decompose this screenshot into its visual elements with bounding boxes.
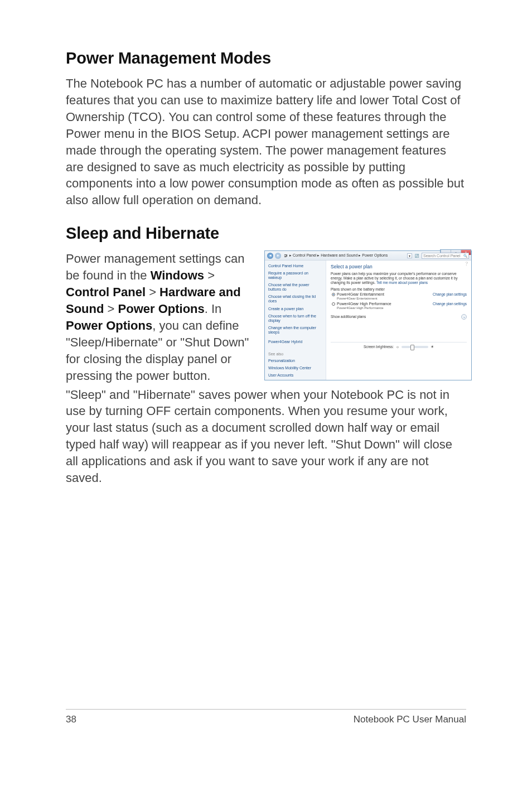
manual-title: Notebook PC User Manual (354, 714, 466, 725)
sidebar-power-buttons[interactable]: Choose what the power buttons do (268, 283, 322, 292)
sidebar-mobility-center[interactable]: Windows Mobility Center (268, 366, 322, 370)
page-footer: 38 Notebook PC User Manual (66, 709, 466, 725)
address-bar: ◂ ▸ 🖳 ▸ Control Panel ▸ Hardware and Sou… (265, 251, 471, 261)
plan-subtitle: Power4Gear Entertainment (331, 297, 467, 300)
power-options-window: – ▫ × ◂ ▸ 🖳 ▸ Control Panel ▸ Hardware a… (264, 250, 472, 380)
sidebar-closing-lid[interactable]: Choose what closing the lid does (268, 295, 322, 303)
para-power-management: The Notebook PC has a number of automati… (66, 75, 466, 209)
text-fragment: . In (205, 302, 222, 316)
sidebar-power4gear-hybrid[interactable]: Power4Gear Hybrid (268, 340, 322, 344)
back-button[interactable]: ◂ (267, 253, 273, 259)
help-icon[interactable]: ❔ (464, 262, 469, 266)
plan-row-entertainment: Power4Gear Entertainment Change plan set… (331, 292, 467, 296)
plan-subtitle: Power4Gear High Performance (331, 306, 467, 310)
expand-icon[interactable]: ⌄ (461, 314, 467, 320)
plan-name: Power4Gear High Performance (337, 302, 391, 306)
sidebar-personalization[interactable]: Personalization (268, 359, 322, 363)
heading-sleep-hibernate: Sleep and Hibernate (66, 224, 466, 243)
main-title: Select a power plan (331, 264, 467, 269)
plan-row-high-performance: Power4Gear High Performance Change plan … (331, 302, 467, 306)
search-input[interactable]: Search Control Panel (422, 253, 469, 259)
sidebar-user-accounts[interactable]: User Accounts (268, 373, 322, 378)
plan-name: Power4Gear Entertainment (337, 292, 384, 296)
brightness-row: Screen brightness: ☼ ☀ (331, 342, 467, 351)
brightness-high-icon: ☀ (431, 345, 434, 349)
show-additional-label: Show additional plans (331, 315, 366, 319)
show-additional-plans[interactable]: Show additional plans ⌄ (331, 313, 467, 320)
text-fragment: > (104, 302, 118, 316)
sidebar-home[interactable]: Control Panel Home (268, 264, 322, 268)
sidebar-see-also: See also (268, 352, 322, 356)
link-tell-me-more[interactable]: Tell me more about power plans (376, 281, 428, 284)
bold-power-options-2: Power Options (66, 319, 152, 332)
page-number: 38 (66, 714, 76, 725)
change-plan-settings-link[interactable]: Change plan settings (433, 302, 467, 306)
sidebar-require-password[interactable]: Require a password on wakeup (268, 271, 322, 280)
forward-button[interactable]: ▸ (275, 253, 281, 259)
bold-windows: Windows (151, 268, 204, 282)
brightness-label: Screen brightness: (364, 345, 394, 349)
brightness-slider[interactable] (402, 346, 428, 348)
plans-section-label: Plans shown on the battery meter (331, 287, 467, 291)
sleep-intro-paragraph: Power management settings can be found i… (66, 250, 254, 384)
search-placeholder: Search Control Panel (423, 254, 461, 258)
brightness-low-icon: ☼ (396, 345, 399, 349)
sidebar: Control Panel Home Require a password on… (265, 261, 326, 380)
text-fragment: > (204, 268, 215, 282)
bold-control-panel: Control Panel (66, 285, 146, 299)
sidebar-turn-off-display[interactable]: Choose when to turn off the display (268, 314, 322, 323)
main-content: ❔ Select a power plan Power plans can he… (326, 261, 471, 380)
bold-power-options: Power Options (118, 302, 205, 316)
radio-entertainment[interactable] (332, 293, 335, 296)
sidebar-computer-sleeps[interactable]: Change when the computer sleeps (268, 326, 322, 335)
sidebar-create-plan[interactable]: Create a power plan (268, 307, 322, 311)
breadcrumb[interactable]: ▸ Control Panel ▸ Hardware and Sound ▸ P… (289, 253, 405, 258)
radio-high-performance[interactable] (332, 302, 335, 306)
main-description: Power plans can help you maximize your c… (331, 272, 467, 284)
para-sleep-hibernate-detail: "Sleep" and "Hibernate" saves power when… (66, 387, 466, 486)
change-plan-settings-link[interactable]: Change plan settings (433, 292, 467, 296)
text-fragment: > (146, 285, 159, 299)
heading-power-management: Power Management Modes (66, 49, 466, 67)
